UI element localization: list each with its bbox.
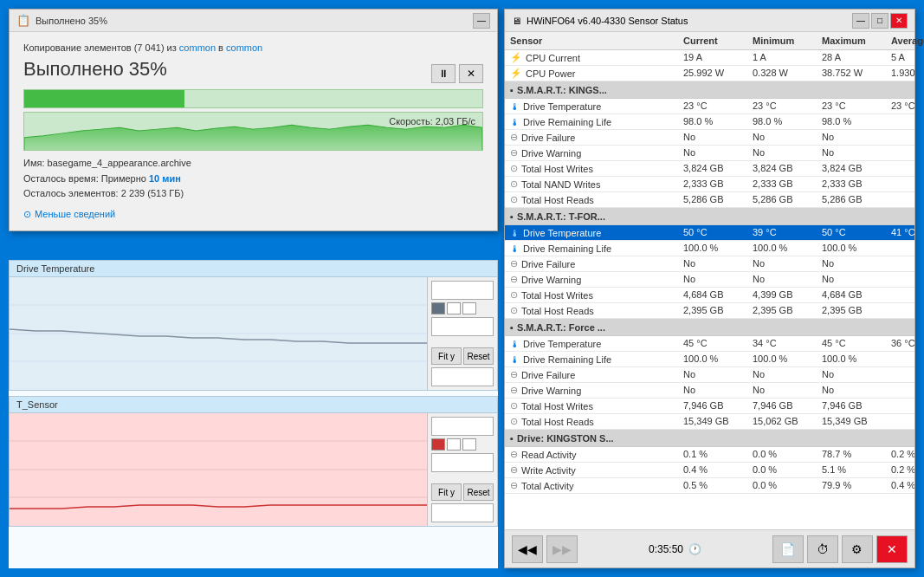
drive-temp-graph — [10, 277, 428, 390]
table-row[interactable]: ⊖Write Activity 0.4 %0.0 %5.1 %0.2 % — [505, 463, 914, 478]
table-row[interactable]: ⊖Drive Failure NoNoNo — [505, 130, 914, 146]
circle-icon: ⊖ — [510, 464, 518, 476]
t-sensor-min-input[interactable]: 0.0 — [431, 503, 494, 522]
hwinfo-icon: 🖥 — [512, 16, 521, 26]
progress-bar-fill — [24, 90, 184, 107]
t-sensor-reset-button[interactable]: Reset — [463, 483, 494, 501]
lightning-icon: ⚡ — [510, 52, 522, 63]
dest-link[interactable]: common — [226, 42, 262, 53]
table-row[interactable]: ⊖Drive Failure NoNoNo — [505, 367, 914, 383]
drive-temp-max-input[interactable]: 100 — [431, 281, 494, 300]
table-row[interactable]: ⊙Total Host Reads 15,349 GB15,062 GB15,3… — [505, 414, 914, 430]
col-current: Current — [678, 34, 747, 48]
circle-icon: ⊖ — [510, 369, 518, 380]
table-row[interactable]: 🌡Drive Remaining Life 100.0 %100.0 %100.… — [505, 352, 914, 367]
t-sensor-color-empty1[interactable] — [447, 438, 461, 451]
circle-icon: ⊖ — [510, 480, 518, 491]
drive-temp-color-swatch[interactable] — [431, 302, 445, 314]
group-kings-label: S.M.A.R.T.: KINGS... — [517, 85, 607, 95]
t-sensor-color-empty2[interactable] — [462, 438, 476, 451]
t-sensor-max-input[interactable]: 100.0 — [431, 417, 494, 436]
sensor-average: 1.930 W — [886, 66, 914, 81]
table-row[interactable]: ⚡ CPU Current 19 A 1 A 28 A 5 A — [505, 50, 914, 66]
sensor-maximum: 38.752 W — [817, 66, 886, 81]
table-row[interactable]: ⊖Read Activity 0.1 %0.0 %78.7 %0.2 % — [505, 447, 914, 463]
timer-button[interactable]: ⏱ — [807, 535, 838, 563]
table-row[interactable]: 🌡Drive Temperature 23 °C23 °C23 °C23 °C — [505, 99, 914, 114]
table-row[interactable]: ⊙Total Host Reads 5,286 GB5,286 GB5,286 … — [505, 192, 914, 208]
copy-info: Имя: basegame_4_appearance.archive Остал… — [23, 156, 483, 202]
t-sensor-fity-button[interactable]: Fit y — [431, 483, 462, 501]
sensor-group-tfor: ▪ S.M.A.R.T.: T-FOR... — [505, 208, 914, 225]
close-copy-button[interactable]: ✕ — [459, 64, 483, 83]
footer-action-buttons: 📄 ⏱ ⚙ ✕ — [772, 535, 908, 563]
sensor-current: 19 A — [678, 50, 747, 65]
table-row[interactable]: 🌡Drive Temperature 45 °C34 °C45 °C36 °C — [505, 336, 914, 352]
sensor-group-kingston: ▪ Drive: KINGSTON S... — [505, 430, 914, 447]
drive-temp-color-empty2[interactable] — [462, 302, 476, 314]
table-row[interactable]: ⊙Total Host Writes 3,824 GB3,824 GB3,824… — [505, 161, 914, 177]
t-sensor-graph — [10, 413, 428, 526]
table-row[interactable]: ⊖Total Activity 0.5 %0.0 %79.9 %0.4 % — [505, 478, 914, 494]
drive-temp-min-input[interactable]: 0 — [431, 367, 494, 386]
footer-time-display: 0:35:50 🕐 — [649, 543, 701, 555]
t-sensor-color-swatch[interactable] — [431, 438, 445, 451]
save-report-button[interactable]: 📄 — [772, 535, 804, 563]
nav-next-button[interactable]: ▶▶ — [546, 535, 578, 563]
hwinfo-maximize-button[interactable]: □ — [871, 13, 888, 29]
col-minimum: Minimum — [747, 34, 817, 48]
hwinfo-column-headers: Sensor Current Minimum Maximum Average — [505, 32, 914, 50]
circle-icon: ⊖ — [510, 449, 518, 460]
table-row[interactable]: ⊖Drive Failure NoNoNo — [505, 256, 914, 272]
footer-close-button[interactable]: ✕ — [876, 535, 908, 563]
table-row[interactable]: ⊖Drive Warning NoNoNo — [505, 383, 914, 399]
copy-dialog-icon: 📋 — [16, 14, 30, 27]
therm-icon: 🌡 — [510, 101, 520, 112]
table-row[interactable]: 🌡Drive Remaining Life 98.0 %98.0 %98.0 % — [505, 114, 914, 130]
table-row[interactable]: ⊙Total NAND Writes 2,333 GB2,333 GB2,333… — [505, 177, 914, 192]
less-details-button[interactable]: ⊙ Меньше сведений — [23, 209, 483, 220]
sensor-average: 5 A — [886, 50, 914, 65]
therm-icon: 🌡 — [510, 354, 520, 365]
copy-path: Копирование элементов (7 041) из common … — [23, 42, 483, 53]
write-icon: ⊙ — [510, 194, 518, 205]
drive-temp-current-input[interactable]: 50 °C — [431, 317, 494, 336]
therm-icon: 🌡 — [510, 339, 520, 349]
elapsed-time: 0:35:50 — [649, 543, 683, 555]
table-row[interactable]: ⊙Total Host Writes 4,684 GB4,399 GB4,684… — [505, 288, 914, 303]
table-row[interactable]: ⊙Total Host Writes 7,946 GB7,946 GB7,946… — [505, 399, 914, 414]
write-icon: ⊙ — [510, 289, 518, 301]
hwinfo-panel: 🖥 HWiNFO64 v6.40-4330 Sensor Status — □ … — [504, 9, 915, 568]
drive-temp-color-empty1[interactable] — [447, 302, 461, 314]
sensor-current: 25.992 W — [678, 66, 747, 81]
pause-button[interactable]: ⏸ — [431, 64, 456, 83]
group-force-label: S.M.A.R.T.: Force ... — [517, 322, 605, 333]
table-row[interactable]: ⊙Total Host Reads 2,395 GB2,395 GB2,395 … — [505, 303, 914, 319]
minimize-button[interactable]: — — [473, 13, 490, 29]
table-row[interactable]: 🌡Drive Remaining Life 100.0 %100.0 %100.… — [505, 241, 914, 256]
copy-progress-title: Выполнено 35% — [23, 58, 167, 81]
drive-temp-controls: 100 50 °C Fit y Reset 0 — [428, 277, 497, 390]
drive-temp-reset-button[interactable]: Reset — [463, 347, 494, 365]
t-sensor-controls: 100.0 45.0 °C Fit y Reset 0.0 — [428, 413, 497, 526]
drive-temp-fity-button[interactable]: Fit y — [431, 347, 462, 365]
table-row[interactable]: ⊖Drive Warning NoNoNo — [505, 272, 914, 288]
hwinfo-title: HWiNFO64 v6.40-4330 Sensor Status — [527, 16, 688, 26]
sensor-group-force: ▪ S.M.A.R.T.: Force ... — [505, 319, 914, 336]
drive-icon: ▪ — [510, 85, 514, 95]
hwinfo-close-button[interactable]: ✕ — [890, 13, 908, 29]
write-icon: ⊙ — [510, 305, 518, 316]
speed-graph: Скорость: 2,03 ГБ/с — [23, 112, 483, 151]
table-row[interactable]: ⊖Drive Warning NoNoNo — [505, 146, 914, 161]
nav-prev-button[interactable]: ◀◀ — [512, 535, 543, 563]
hwinfo-footer: ◀◀ ▶▶ 0:35:50 🕐 📄 ⏱ ⚙ ✕ — [505, 529, 914, 567]
group-kingston-label: Drive: KINGSTON S... — [517, 433, 614, 444]
table-row[interactable]: 🌡Drive Temperature 50 °C39 °C50 °C41 °C — [505, 225, 914, 241]
settings-button[interactable]: ⚙ — [842, 535, 873, 563]
source-link[interactable]: common — [179, 42, 216, 53]
sensor-maximum: 28 A — [817, 50, 886, 65]
hwinfo-minimize-button[interactable]: — — [852, 13, 869, 29]
progress-bar — [23, 89, 483, 108]
table-row[interactable]: ⚡ CPU Power 25.992 W 0.328 W 38.752 W 1.… — [505, 66, 914, 81]
t-sensor-current-input[interactable]: 45.0 °C — [431, 453, 494, 472]
